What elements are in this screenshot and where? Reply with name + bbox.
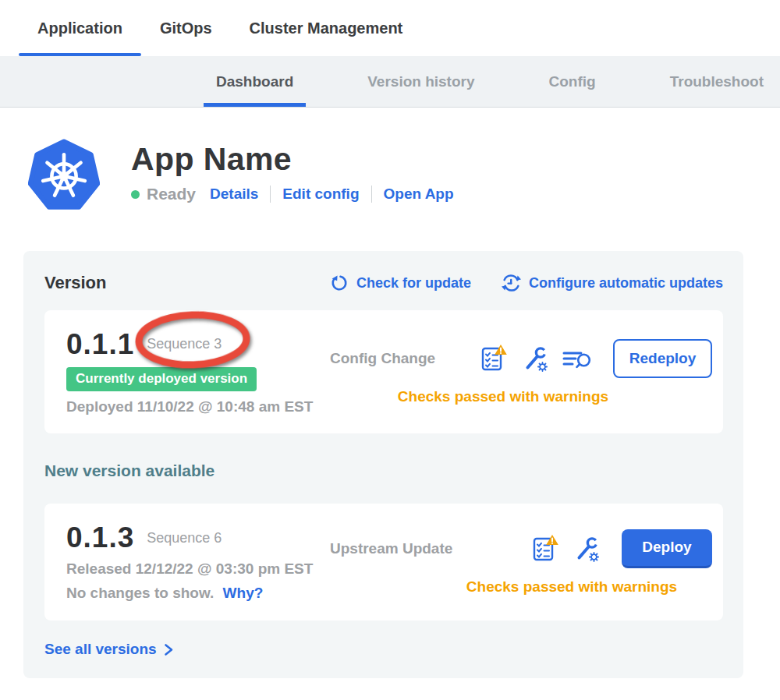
configure-automatic-updates-label: Configure automatic updates bbox=[529, 275, 723, 292]
tab-config[interactable]: Config bbox=[537, 56, 608, 107]
checks-status-new: Checks passed with warnings bbox=[330, 578, 712, 596]
tab-cluster-management[interactable]: Cluster Management bbox=[231, 0, 422, 56]
new-version-card: 0.1.3 Sequence 6 Released 12/12/22 @ 03:… bbox=[44, 504, 723, 620]
page-title: App Name bbox=[131, 142, 454, 176]
kubernetes-logo-icon bbox=[28, 139, 100, 212]
edit-config-link[interactable]: Edit config bbox=[282, 186, 359, 203]
tab-version-history[interactable]: Version history bbox=[355, 56, 487, 107]
currently-deployed-badge: Currently deployed version bbox=[66, 367, 257, 391]
new-version-number: 0.1.3 bbox=[66, 522, 134, 553]
status-badge: Ready bbox=[147, 185, 196, 203]
secondary-nav: Dashboard Version history Config Trouble… bbox=[0, 56, 780, 108]
app-status-row: Ready Details Edit config Open App bbox=[131, 185, 454, 203]
tab-dashboard[interactable]: Dashboard bbox=[204, 56, 306, 107]
view-files-icon[interactable] bbox=[562, 347, 591, 370]
configure-automatic-updates-link[interactable]: Configure automatic updates bbox=[501, 273, 723, 293]
check-for-update-label: Check for update bbox=[356, 275, 471, 292]
version-panel: Version Check for update bbox=[23, 251, 743, 678]
new-version-sequence: Sequence 6 bbox=[147, 530, 222, 546]
tab-gitops[interactable]: GitOps bbox=[141, 0, 231, 56]
details-link[interactable]: Details bbox=[210, 186, 258, 203]
new-version-heading: New version available bbox=[44, 461, 723, 480]
tab-troubleshoot[interactable]: Troubleshoot bbox=[658, 56, 776, 107]
preflight-checks-icon[interactable] bbox=[481, 345, 508, 373]
auto-update-clock-icon bbox=[501, 273, 522, 293]
redeploy-button[interactable]: Redeploy bbox=[613, 339, 712, 378]
see-all-versions-label: See all versions bbox=[44, 641, 157, 658]
refresh-icon bbox=[329, 273, 349, 293]
check-for-update-link[interactable]: Check for update bbox=[329, 273, 471, 293]
deployed-timestamp: Deployed 11/10/22 @ 10:48 am EST bbox=[66, 398, 330, 415]
preflight-checks-icon[interactable] bbox=[533, 535, 559, 563]
app-header: App Name Ready Details Edit config Open … bbox=[0, 108, 780, 212]
tab-application[interactable]: Application bbox=[19, 0, 141, 56]
why-link[interactable]: Why? bbox=[223, 585, 264, 601]
edit-config-icon[interactable] bbox=[522, 345, 548, 372]
primary-nav: Application GitOps Cluster Management bbox=[0, 0, 780, 56]
edit-config-icon[interactable] bbox=[573, 536, 600, 562]
see-all-versions-link[interactable]: See all versions bbox=[44, 641, 723, 658]
version-panel-title: Version bbox=[44, 273, 106, 293]
no-changes-note: No changes to show. bbox=[66, 585, 214, 601]
open-app-link[interactable]: Open App bbox=[384, 186, 454, 203]
version-source-label: Upstream Update bbox=[330, 540, 452, 557]
current-version-number: 0.1.1 bbox=[66, 329, 134, 360]
chevron-right-icon bbox=[164, 643, 174, 656]
deploy-button[interactable]: Deploy bbox=[622, 529, 712, 568]
checks-status-current: Checks passed with warnings bbox=[330, 388, 712, 405]
current-version-sequence: Sequence 3 bbox=[147, 336, 222, 352]
version-source-label: Config Change bbox=[330, 350, 435, 367]
current-version-card: 0.1.1 Sequence 3 Currently deployed vers… bbox=[44, 310, 723, 433]
divider bbox=[270, 186, 271, 203]
status-dot-icon bbox=[131, 190, 140, 199]
divider bbox=[371, 186, 372, 203]
released-timestamp: Released 12/12/22 @ 03:30 pm EST bbox=[66, 560, 330, 578]
